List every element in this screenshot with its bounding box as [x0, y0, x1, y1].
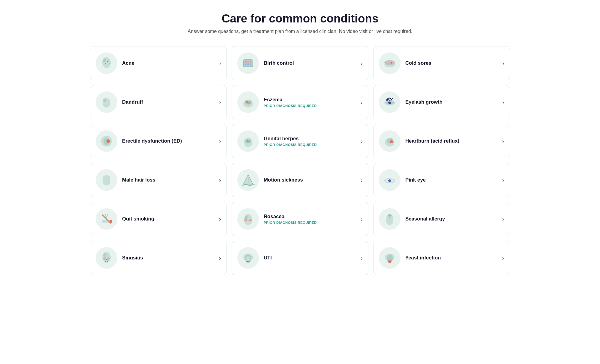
heartburn-title: Heartburn (acid reflux): [405, 138, 497, 144]
motion-sickness-content: Motion sickness: [264, 177, 356, 183]
card-seasonal-allergy[interactable]: Seasonal allergy›: [373, 202, 510, 236]
card-cold-sores[interactable]: Cold sores›: [373, 46, 510, 80]
svg-point-7: [247, 61, 249, 63]
card-eyelash-growth[interactable]: Eyelash growth›: [373, 85, 510, 119]
svg-point-4: [109, 64, 110, 64]
pink-eye-content: Pink eye: [405, 177, 497, 183]
svg-line-69: [107, 260, 107, 262]
svg-point-10: [247, 64, 249, 65]
svg-point-24: [246, 101, 248, 103]
heartburn-icon: [379, 130, 400, 152]
eyelash-growth-title: Eyelash growth: [405, 99, 497, 105]
svg-point-21: [105, 97, 106, 98]
heartburn-arrow: ›: [502, 138, 504, 145]
svg-point-78: [390, 259, 392, 261]
motion-sickness-title: Motion sickness: [264, 177, 356, 183]
uti-title: UTI: [264, 255, 356, 261]
male-hair-loss-arrow: ›: [219, 176, 221, 184]
svg-point-9: [245, 64, 247, 65]
male-hair-loss-icon: [96, 169, 117, 191]
uti-icon: [237, 247, 259, 269]
svg-point-26: [248, 103, 249, 105]
card-male-hair-loss[interactable]: Male hair loss›: [90, 163, 227, 197]
genital-herpes-title: Genital herpes: [264, 136, 356, 142]
motion-sickness-icon: [237, 169, 259, 191]
acne-content: Acne: [122, 60, 214, 66]
card-pink-eye[interactable]: Pink eye›: [373, 163, 510, 197]
seasonal-allergy-content: Seasonal allergy: [405, 216, 497, 222]
eczema-title: Eczema: [264, 97, 356, 103]
card-acne[interactable]: Acne›: [90, 46, 227, 80]
page-title: Care for common conditions: [6, 12, 594, 25]
svg-point-18: [104, 98, 105, 99]
card-genital-herpes[interactable]: Genital herpesPRIOR DIAGNOSIS REQUIRED›: [232, 124, 368, 158]
card-motion-sickness[interactable]: Motion sickness›: [232, 163, 368, 197]
svg-point-63: [102, 252, 111, 263]
quit-smoking-title: Quit smoking: [122, 216, 214, 222]
card-rosacea[interactable]: RosaceaPRIOR DIAGNOSIS REQUIRED›: [232, 202, 368, 236]
seasonal-allergy-icon: [379, 208, 400, 230]
genital-herpes-content: Genital herpesPRIOR DIAGNOSIS REQUIRED: [264, 136, 356, 146]
card-birth-control[interactable]: Birth control›: [232, 46, 368, 80]
card-yeast-infection[interactable]: Yeast infection›: [373, 241, 510, 275]
rosacea-icon: [237, 208, 259, 230]
seasonal-allergy-title: Seasonal allergy: [405, 216, 497, 222]
svg-point-35: [247, 141, 248, 142]
svg-point-3: [105, 63, 106, 64]
svg-point-36: [248, 141, 250, 142]
svg-point-54: [245, 215, 248, 219]
pink-eye-title: Pink eye: [405, 177, 497, 183]
yeast-infection-content: Yeast infection: [405, 255, 497, 261]
dandruff-title: Dandruff: [122, 99, 214, 105]
yeast-infection-title: Yeast infection: [405, 255, 497, 261]
svg-point-57: [246, 220, 247, 220]
svg-point-2: [107, 61, 109, 62]
male-hair-loss-title: Male hair loss: [122, 177, 214, 183]
card-erectile-dysfunction[interactable]: Erectile dysfunction (ED)›: [90, 124, 227, 158]
cold-sores-content: Cold sores: [405, 60, 497, 66]
rosacea-subtitle: PRIOR DIAGNOSIS REQUIRED: [264, 221, 356, 224]
erectile-dysfunction-icon: [96, 130, 117, 152]
svg-point-8: [250, 61, 251, 63]
eyelash-growth-icon: [379, 91, 400, 113]
eyelash-growth-arrow: ›: [502, 99, 504, 106]
svg-rect-5: [243, 60, 253, 67]
svg-point-49: [389, 180, 390, 181]
svg-point-73: [246, 261, 248, 262]
svg-point-48: [388, 179, 391, 182]
page-subtitle: Answer some questions, get a treatment p…: [6, 29, 594, 34]
card-uti[interactable]: UTI›: [232, 241, 368, 275]
conditions-grid: Acne› Birth control› Cold sores› Dandruf…: [90, 46, 510, 275]
eczema-content: EczemaPRIOR DIAGNOSIS REQUIRED: [264, 97, 356, 108]
page-header: Care for common conditions Answer some q…: [6, 12, 594, 34]
erectile-dysfunction-arrow: ›: [219, 138, 221, 145]
svg-point-25: [249, 102, 250, 104]
rosacea-arrow: ›: [361, 215, 363, 223]
motion-sickness-arrow: ›: [361, 176, 363, 184]
sinusitis-arrow: ›: [219, 254, 221, 262]
yeast-infection-arrow: ›: [502, 254, 504, 262]
svg-point-1: [103, 58, 106, 62]
eczema-icon: [237, 91, 259, 113]
svg-point-42: [103, 175, 110, 180]
erectile-dysfunction-content: Erectile dysfunction (ED): [122, 138, 214, 144]
genital-herpes-icon: [237, 130, 259, 152]
cold-sores-title: Cold sores: [405, 60, 497, 66]
svg-point-65: [103, 257, 106, 260]
birth-control-icon: [237, 52, 259, 74]
birth-control-arrow: ›: [361, 60, 363, 67]
svg-point-20: [109, 99, 110, 100]
card-quit-smoking[interactable]: Quit smoking›: [90, 202, 227, 236]
eczema-arrow: ›: [361, 99, 363, 106]
card-eczema[interactable]: EczemaPRIOR DIAGNOSIS REQUIRED›: [232, 85, 368, 119]
svg-point-32: [106, 139, 110, 143]
eczema-subtitle: PRIOR DIAGNOSIS REQUIRED: [264, 104, 356, 108]
card-dandruff[interactable]: Dandruff›: [90, 85, 227, 119]
svg-point-55: [244, 219, 247, 221]
card-heartburn[interactable]: Heartburn (acid reflux)›: [373, 124, 510, 158]
quit-smoking-arrow: ›: [219, 215, 221, 223]
birth-control-title: Birth control: [264, 60, 356, 66]
card-sinusitis[interactable]: Sinusitis›: [90, 241, 227, 275]
quit-smoking-content: Quit smoking: [122, 216, 214, 222]
svg-line-68: [106, 260, 106, 262]
